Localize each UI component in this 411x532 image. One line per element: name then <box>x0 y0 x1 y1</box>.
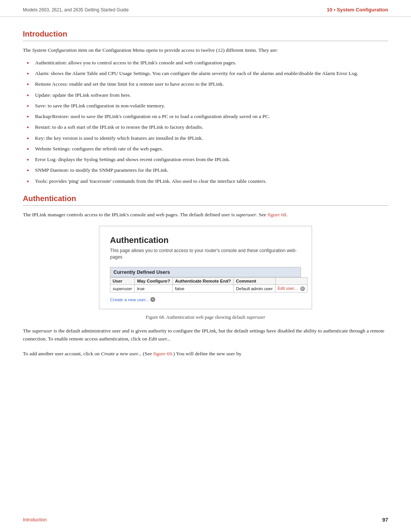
create-new-user-italic: Create a new user... <box>101 351 142 356</box>
screenshot-title: Authentication <box>110 235 301 245</box>
screenshot-subtitle: This page allows you to control access t… <box>110 248 301 260</box>
header-right: 10 • System Configuration <box>327 7 388 13</box>
cell-edit: Edit user... ⚙ <box>275 285 307 292</box>
col-comment: Comment <box>234 278 276 285</box>
plus-icon: + <box>150 297 155 302</box>
currently-defined-users-heading: Currently Defined Users <box>110 267 301 277</box>
cell-comment: Default admin user <box>234 285 276 292</box>
footer-left: Introduction <box>23 517 47 522</box>
auth-paragraph2: The superuser is the default administrat… <box>23 327 388 343</box>
figure-caption: Figure 68. Authentication web page showi… <box>146 315 266 320</box>
col-action <box>275 278 307 285</box>
list-item: Website Settings: configures the refresh… <box>27 145 388 153</box>
figure69-link[interactable]: figure 69 <box>153 351 172 356</box>
list-item: Remote Access: enable and set the time l… <box>27 80 388 88</box>
cell-user: superuser <box>110 285 135 292</box>
page-header: Models 2603, 2621, and 2635 Getting Star… <box>0 0 411 17</box>
col-user: User <box>110 278 135 285</box>
introduction-section: Introduction The System Configuration it… <box>23 30 388 185</box>
italic-system-config: System Configuration <box>32 47 76 53</box>
create-user-container: Create a new user... + <box>110 297 301 302</box>
create-user-text: Create a new user... <box>110 297 149 302</box>
intro-divider <box>23 41 388 41</box>
list-item: Alarm: shows the Alarm Table and CPU Usa… <box>27 70 388 77</box>
edit-user-link[interactable]: Edit user... <box>278 286 298 291</box>
table-row: superuser true false Default admin user … <box>110 285 307 292</box>
page-number: 97 <box>382 517 388 523</box>
list-item: SNMP Daemon: to modify the SNMP paramete… <box>27 166 388 174</box>
superuser-italic: superuser <box>236 212 256 217</box>
list-item: Backup/Restore: used to save the IPLink'… <box>27 113 388 120</box>
col-auth-remote: Authenticate Remote End? <box>173 278 234 285</box>
authentication-section: Authentication The IPLink manager contro… <box>23 194 388 358</box>
auth-divider <box>23 205 388 206</box>
list-item: Tools: provides 'ping' and 'traceroute' … <box>27 177 388 185</box>
page-wrapper: Models 2603, 2621, and 2635 Getting Star… <box>0 0 411 532</box>
list-item: Save: to save the IPLink configuration i… <box>27 102 388 110</box>
cell-auth-remote: false <box>173 285 234 292</box>
list-item: Restart: to do a soft start of the IPLin… <box>27 123 388 131</box>
intro-paragraph: The System Configuration item on the Con… <box>23 46 388 54</box>
header-left: Models 2603, 2621, and 2635 Getting Star… <box>23 7 129 13</box>
cell-may-configure: true <box>135 285 173 292</box>
auth-paragraph1: The IPLink manager controls access to th… <box>23 211 388 219</box>
list-item: Error Log: displays the Syslog Settings … <box>27 156 388 163</box>
edit-user-italic: Edit user... <box>148 336 170 342</box>
screenshot-box: Authentication This page allows you to c… <box>99 226 312 310</box>
introduction-title: Introduction <box>23 30 388 38</box>
superuser-caption-italic: superuser <box>247 315 265 320</box>
figure68-link[interactable]: figure 68 <box>268 212 286 217</box>
create-new-user-link[interactable]: Create a new user... + <box>110 297 301 302</box>
list-item: Update: update the IPLink software from … <box>27 91 388 99</box>
main-content: Introduction The System Configuration it… <box>0 17 411 388</box>
authentication-title: Authentication <box>23 194 388 203</box>
page-footer: Introduction 97 <box>23 517 388 523</box>
col-may-configure: May Configure? <box>135 278 173 285</box>
bullet-list: Authentication: allows you to control ac… <box>23 59 388 185</box>
auth-paragraph3: To add another user account, click on Cr… <box>23 350 388 358</box>
gear-icon: ⚙ <box>300 286 305 291</box>
user-table: User May Configure? Authenticate Remote … <box>110 277 307 292</box>
superuser-italic2: superuser <box>32 328 52 334</box>
list-item: Key: the key version is used to identify… <box>27 134 388 142</box>
list-item: Authentication: allows you to control ac… <box>27 59 388 67</box>
